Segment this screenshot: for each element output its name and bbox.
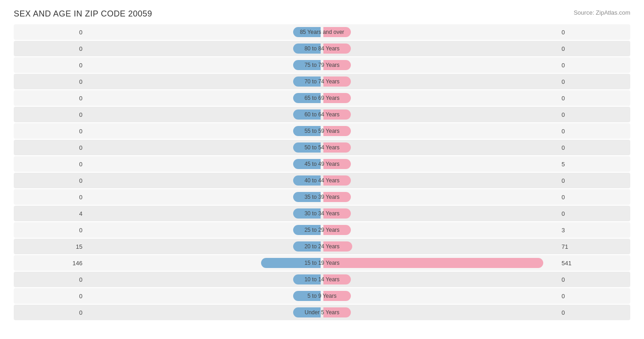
male-bar-wrap <box>87 44 322 54</box>
chart-container: SEX AND AGE IN ZIP CODE 20059 Source: Zi… <box>0 0 644 339</box>
female-value: 541 <box>557 260 630 267</box>
female-value: 3 <box>557 227 630 234</box>
female-bar <box>323 93 351 103</box>
male-bar <box>293 274 321 284</box>
female-value: 0 <box>557 128 630 135</box>
female-bar-wrap <box>322 142 557 153</box>
female-bar <box>323 142 351 153</box>
bar-row: 0 70 to 74 Years 0 <box>14 74 630 89</box>
female-bar-wrap <box>322 192 557 202</box>
bar-row: 0 10 to 14 Years 0 <box>14 272 630 287</box>
male-value: 0 <box>14 128 87 135</box>
male-bar-wrap <box>87 109 322 120</box>
female-bar <box>323 291 351 301</box>
male-bar <box>293 291 321 301</box>
male-value: 0 <box>14 276 87 283</box>
female-bar-wrap <box>322 27 557 37</box>
female-bar-wrap <box>322 175 557 186</box>
female-bar-wrap <box>322 291 557 301</box>
male-bar <box>293 109 321 120</box>
bar-row: 15 20 to 24 Years 71 <box>14 239 630 254</box>
female-bar <box>323 241 352 252</box>
male-bar-wrap <box>87 258 322 268</box>
female-bar-wrap <box>322 274 557 284</box>
female-bar-wrap <box>322 60 557 70</box>
male-value: 0 <box>14 293 87 300</box>
female-bar <box>323 60 351 70</box>
male-value: 0 <box>14 62 87 69</box>
male-bar <box>293 126 321 136</box>
female-bar-wrap <box>322 225 557 235</box>
bar-row: 0 5 to 9 Years 0 <box>14 288 630 304</box>
bar-row: 0 25 to 29 Years 3 <box>14 222 630 238</box>
bars-center: 70 to 74 Years <box>87 74 557 89</box>
male-bar <box>293 60 321 70</box>
female-value: 0 <box>557 194 630 201</box>
male-bar-wrap <box>87 274 322 284</box>
bars-center: 35 to 39 Years <box>87 189 557 205</box>
title-row: SEX AND AGE IN ZIP CODE 20059 Source: Zi… <box>14 9 630 19</box>
male-bar-wrap <box>87 142 322 153</box>
male-bar-wrap <box>87 60 322 70</box>
female-value: 0 <box>557 95 630 102</box>
female-bar-wrap <box>322 159 557 169</box>
female-bar <box>323 175 351 186</box>
bar-row: 0 75 to 79 Years 0 <box>14 57 630 73</box>
bar-row: 0 65 to 69 Years 0 <box>14 90 630 106</box>
chart-title: SEX AND AGE IN ZIP CODE 20059 <box>14 9 152 19</box>
male-value: 0 <box>14 144 87 151</box>
male-bar <box>293 225 321 235</box>
bars-center: Under 5 Years <box>87 305 557 320</box>
bar-row: 146 15 to 19 Years 541 <box>14 255 630 271</box>
male-bar <box>293 44 321 54</box>
female-bar <box>323 225 351 235</box>
male-bar-wrap <box>87 192 322 202</box>
bars-center: 45 to 49 Years <box>87 156 557 172</box>
bar-row: 0 60 to 64 Years 0 <box>14 107 630 122</box>
chart-area: 0 85 Years and over 0 0 80 to 84 Years 0… <box>14 24 630 308</box>
female-value: 5 <box>557 161 630 168</box>
bar-row: 0 55 to 59 Years 0 <box>14 123 630 139</box>
female-bar <box>323 109 351 120</box>
bar-row: 0 80 to 84 Years 0 <box>14 41 630 56</box>
female-value: 0 <box>557 111 630 118</box>
male-value: 0 <box>14 111 87 118</box>
female-bar-wrap <box>322 109 557 120</box>
female-value: 0 <box>557 293 630 300</box>
male-bar-wrap <box>87 225 322 235</box>
bars-center: 80 to 84 Years <box>87 41 557 56</box>
female-bar-wrap <box>322 307 557 317</box>
male-bar-wrap <box>87 93 322 103</box>
female-value: 0 <box>557 309 630 316</box>
female-value: 0 <box>557 177 630 184</box>
female-bar <box>323 44 351 54</box>
bar-row: 4 30 to 34 Years 0 <box>14 206 630 221</box>
male-value: 0 <box>14 227 87 234</box>
male-value: 0 <box>14 78 87 85</box>
bars-center: 10 to 14 Years <box>87 272 557 287</box>
male-bar <box>293 307 321 317</box>
male-bar <box>293 175 321 186</box>
bar-row: 0 85 Years and over 0 <box>14 24 630 40</box>
source-text: Source: ZipAtlas.com <box>573 9 630 16</box>
female-bar <box>323 159 351 169</box>
bar-row: 0 40 to 44 Years 0 <box>14 173 630 188</box>
male-bar <box>293 93 321 103</box>
bar-row: 0 Under 5 Years 0 <box>14 305 630 320</box>
male-bar <box>293 27 321 37</box>
female-value: 0 <box>557 45 630 52</box>
female-bar <box>323 208 351 219</box>
male-bar <box>261 258 321 268</box>
female-bar <box>323 192 351 202</box>
female-bar <box>323 27 351 37</box>
male-value: 15 <box>14 243 87 250</box>
bars-center: 40 to 44 Years <box>87 173 557 188</box>
female-bar-wrap <box>322 93 557 103</box>
male-value: 146 <box>14 260 87 267</box>
male-bar <box>293 142 321 153</box>
male-bar <box>293 241 321 252</box>
bar-row: 0 45 to 49 Years 5 <box>14 156 630 172</box>
male-bar-wrap <box>87 291 322 301</box>
male-bar-wrap <box>87 126 322 136</box>
female-bar-wrap <box>322 241 557 252</box>
